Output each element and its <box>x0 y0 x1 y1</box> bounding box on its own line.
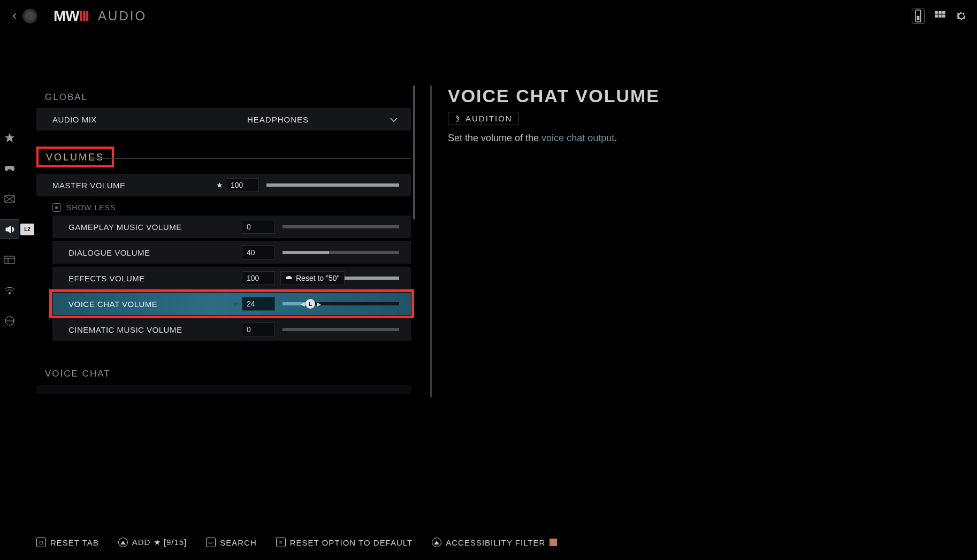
nav-shortcut-badge: L2 <box>20 224 34 235</box>
nav-account[interactable] <box>0 311 19 330</box>
slider[interactable]: Reset to "50" <box>283 277 399 280</box>
triangle-button-icon <box>432 538 441 547</box>
svg-rect-3 <box>938 11 942 14</box>
row-audio-mix[interactable]: AUDIO MIX HEADPHONES <box>36 108 411 131</box>
settings-category-nav: L2 <box>0 128 19 330</box>
options-button-icon: ≡ <box>276 538 286 547</box>
row-voice-chat-placeholder[interactable] <box>36 385 411 394</box>
section-header-global: GLOBAL <box>36 86 411 108</box>
slider-arrow-left-icon: ◀ <box>301 301 305 307</box>
gear-icon[interactable] <box>956 10 967 22</box>
info-title: VOICE CHAT VOLUME <box>448 86 794 106</box>
label: CINEMATIC MUSIC VOLUME <box>68 325 229 334</box>
audition-button[interactable]: AUDITION <box>448 112 518 125</box>
slider-master-volume[interactable] <box>266 183 399 187</box>
show-less-label: SHOW LESS <box>66 203 116 212</box>
nav-network[interactable] <box>0 281 19 300</box>
svg-rect-5 <box>935 14 938 18</box>
label-audio-mix: AUDIO MIX <box>52 115 213 124</box>
value-box[interactable]: 0 <box>242 220 275 234</box>
row-master-volume[interactable]: MASTER VOLUME ★ 100 <box>36 174 411 196</box>
info-panel: VOICE CHAT VOLUME AUDITION Set the volum… <box>430 86 794 397</box>
section-header-voice-chat: VOICE CHAT <box>36 362 411 385</box>
settings-list: GLOBAL AUDIO MIX HEADPHONES VOLUMES MAST… <box>36 86 411 397</box>
footer-add-favorite[interactable]: ADD ★ [9/15] <box>118 538 187 547</box>
ear-icon <box>454 115 461 122</box>
triangle-button-icon <box>118 538 128 547</box>
value-box[interactable]: 24 <box>242 297 275 311</box>
footer-search[interactable]: ▭SEARCH <box>206 538 257 547</box>
page-title: AUDIO <box>98 9 147 24</box>
label: DIALOGUE VOLUME <box>68 248 229 257</box>
apps-grid-icon[interactable] <box>934 10 946 22</box>
nav-audio[interactable]: L2 <box>0 220 19 239</box>
svg-rect-7 <box>942 14 945 18</box>
cod-eye-icon <box>22 9 37 24</box>
slider-voice-chat[interactable]: ◀ L ▶ <box>283 302 399 305</box>
label: MASTER VOLUME <box>52 181 213 190</box>
nav-quick-settings[interactable] <box>0 128 19 147</box>
reset-tooltip: Reset to "50" <box>280 271 345 285</box>
row-gameplay-music[interactable]: GAMEPLAY MUSIC VOLUME 0 <box>52 216 411 238</box>
nav-controller[interactable] <box>0 159 19 178</box>
footer-reset-default[interactable]: ≡RESET OPTION TO DEFAULT <box>276 538 413 547</box>
back-button[interactable] <box>10 11 19 21</box>
dropdown-audio-mix[interactable]: HEADPHONES <box>247 115 401 124</box>
favorite-star-icon[interactable]: ★ <box>213 181 226 189</box>
slider-knob[interactable]: L <box>306 299 315 309</box>
slider[interactable] <box>283 328 399 331</box>
svg-rect-9 <box>5 256 14 264</box>
section-header-volumes-highlight: VOLUMES <box>36 147 114 167</box>
row-voice-chat-volume[interactable]: VOICE CHAT VOLUME ★ 24 ◀ L ▶ <box>52 293 411 315</box>
favorite-star-icon[interactable]: ★ <box>229 300 242 308</box>
row-dialogue-volume[interactable]: DIALOGUE VOLUME 40 <box>52 241 411 264</box>
value-box[interactable]: 100 <box>242 271 275 285</box>
label: VOICE CHAT VOLUME <box>68 300 229 309</box>
slider[interactable] <box>283 251 399 254</box>
nav-interface[interactable] <box>0 250 19 269</box>
value-box[interactable]: 40 <box>242 246 275 259</box>
row-effects-volume[interactable]: EFFECTS VOLUME 100 Reset to "50" <box>52 267 411 289</box>
top-bar: MWIII AUDIO <box>0 0 977 32</box>
battery-icon[interactable] <box>912 9 925 24</box>
slider-arrow-right-icon: ▶ <box>317 301 321 307</box>
square-button-icon: ■ <box>52 203 61 212</box>
slider[interactable] <box>283 225 399 228</box>
section-header-volumes: VOLUMES <box>46 152 104 163</box>
value-box[interactable]: 0 <box>242 323 275 336</box>
label: EFFECTS VOLUME <box>68 274 229 283</box>
reset-icon <box>285 275 293 281</box>
square-button-icon: ◻ <box>36 538 46 547</box>
value-box[interactable]: 100 <box>226 178 259 192</box>
footer-accessibility-filter[interactable]: ACCESSIBILITY FILTER <box>432 538 557 547</box>
row-cinematic-music[interactable]: CINEMATIC MUSIC VOLUME 0 <box>52 318 411 341</box>
game-logo: MWIII <box>54 7 88 25</box>
scrollbar[interactable] <box>413 86 415 219</box>
info-description: Set the volume of the voice chat output. <box>448 133 794 144</box>
chevron-down-icon <box>390 115 398 124</box>
svg-rect-2 <box>935 11 938 14</box>
section-divider <box>91 158 411 159</box>
dropdown-value: HEADPHONES <box>247 115 309 124</box>
show-less-toggle[interactable]: ■ SHOW LESS <box>52 200 411 216</box>
touchpad-icon: ▭ <box>206 538 216 547</box>
svg-rect-1 <box>917 16 920 20</box>
info-link: voice chat output <box>541 133 614 143</box>
footer-hints: ◻RESET TAB ADD ★ [9/15] ▭SEARCH ≡RESET O… <box>36 538 945 547</box>
accessibility-indicator <box>549 539 557 546</box>
footer-reset-tab[interactable]: ◻RESET TAB <box>36 538 99 547</box>
svg-rect-4 <box>942 11 945 14</box>
svg-rect-6 <box>938 14 942 18</box>
nav-graphics[interactable] <box>0 189 19 208</box>
label: GAMEPLAY MUSIC VOLUME <box>68 223 229 232</box>
